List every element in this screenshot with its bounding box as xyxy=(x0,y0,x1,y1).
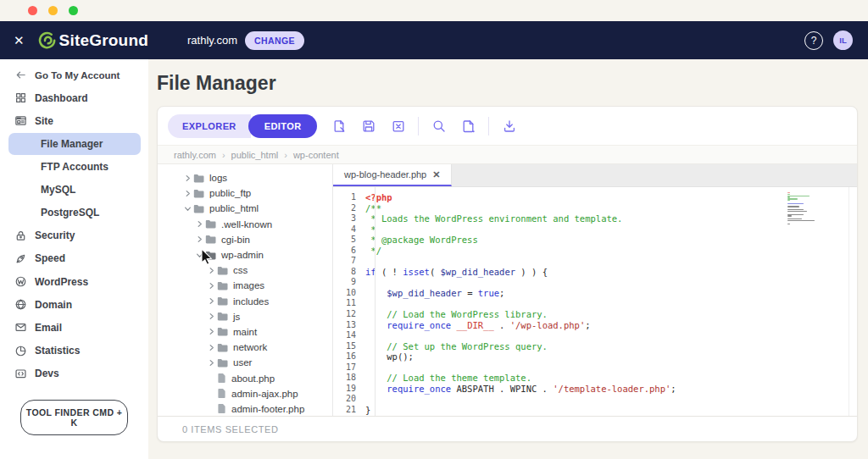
tree-item-css[interactable]: css xyxy=(158,263,332,278)
code-line: 20 xyxy=(333,394,857,405)
chevron-down-icon[interactable] xyxy=(193,252,205,259)
tool-finder-button[interactable]: TOOL FINDER CMD + K xyxy=(20,400,128,435)
code-line: 3 * Loads the WordPress environment and … xyxy=(333,213,857,224)
minimize-traffic-light[interactable] xyxy=(48,6,58,15)
save-icon xyxy=(361,119,376,134)
folder-icon xyxy=(217,281,228,290)
chevron-right-icon[interactable] xyxy=(193,235,205,243)
help-icon[interactable]: ? xyxy=(804,31,823,50)
line-content: /** xyxy=(365,203,381,214)
close-file-button[interactable] xyxy=(383,113,413,139)
sidebar-item-label: Security xyxy=(35,230,75,241)
file-edit-button[interactable] xyxy=(324,113,353,139)
minimap-line xyxy=(787,203,804,204)
code-minimap[interactable] xyxy=(787,192,818,224)
editor-tab-label: wp-blog-header.php xyxy=(344,169,426,180)
chevron-right-icon[interactable] xyxy=(205,312,217,320)
tree-item-network[interactable]: network xyxy=(158,340,332,355)
line-number: 9 xyxy=(333,277,365,288)
zoom-traffic-light[interactable] xyxy=(69,6,78,15)
chevron-right-icon[interactable] xyxy=(181,174,193,182)
close-traffic-light[interactable] xyxy=(28,6,37,15)
line-content: * Loads the WordPress environment and te… xyxy=(365,213,622,224)
sidebar-item-domain[interactable]: Domain xyxy=(0,293,148,316)
tree-item-label: network xyxy=(233,342,267,352)
tree-item-public-html[interactable]: public_html xyxy=(158,201,332,216)
download-button[interactable] xyxy=(494,113,524,139)
line-number: 16 xyxy=(333,351,365,362)
folder-icon xyxy=(205,235,216,244)
tree-item-images[interactable]: images xyxy=(158,278,332,293)
chevron-right-icon[interactable] xyxy=(181,190,193,197)
tree-item-well-known[interactable]: .well-known xyxy=(158,217,332,232)
search-button[interactable] xyxy=(424,113,453,139)
minimap-line xyxy=(787,202,818,202)
save-button[interactable] xyxy=(353,113,383,139)
line-number: 21 xyxy=(333,405,365,416)
chevron-right-icon[interactable] xyxy=(205,297,217,305)
tree-item-admin-footer-php[interactable]: admin-footer.php xyxy=(158,401,332,416)
sidebar-item-label: Devs xyxy=(35,368,59,379)
sidebar-item-file-manager[interactable]: File Manager xyxy=(8,133,141,155)
sidebar-item-security[interactable]: Security xyxy=(0,224,148,247)
sidebar-item-postgresql[interactable]: PostgreSQL xyxy=(8,202,141,224)
change-site-button[interactable]: CHANGE xyxy=(245,31,304,50)
code-line: 15 // Set up the WordPress query. xyxy=(333,341,857,352)
tree-item-about-php[interactable]: about.php xyxy=(158,370,332,385)
sidebar-back-link[interactable]: Go To My Account xyxy=(0,64,148,86)
chevron-right-icon[interactable] xyxy=(205,267,217,274)
chevron-right-icon[interactable] xyxy=(205,282,217,290)
siteground-logo[interactable]: SiteGround xyxy=(37,30,148,50)
code-line: 6 */ xyxy=(333,246,857,257)
sidebar-item-mysql[interactable]: MySQL xyxy=(8,179,141,201)
sidebar-item-devs[interactable]: Devs xyxy=(0,362,148,385)
sidebar-item-dashboard[interactable]: Dashboard xyxy=(0,86,148,109)
chevron-down-icon[interactable] xyxy=(181,205,193,213)
code-area[interactable]: 1<?php2/**3 * Loads the WordPress enviro… xyxy=(333,187,857,416)
sidebar-item-speed[interactable]: Speed xyxy=(0,247,148,270)
chevron-right-icon[interactable] xyxy=(205,359,217,367)
sidebar-item-ftp-accounts[interactable]: FTP Accounts xyxy=(8,156,141,178)
tree-item-admin-ajax-php[interactable]: admin-ajax.php xyxy=(158,386,332,401)
breadcrumb-separator-icon: › xyxy=(222,150,225,160)
breadcrumb-segment[interactable]: wp-content xyxy=(293,150,339,160)
editor-tab-active[interactable]: wp-blog-header.php ✕ xyxy=(333,164,452,186)
sidebar-item-label: WordPress xyxy=(35,276,88,288)
tree-item-label: wp-admin xyxy=(221,250,264,260)
sidebar-item-wordpress[interactable]: WordPress xyxy=(0,270,148,293)
tab-close-icon[interactable]: ✕ xyxy=(432,169,440,180)
replace-button[interactable] xyxy=(453,113,483,139)
tree-item-public-ftp[interactable]: public_ftp xyxy=(158,185,332,201)
tree-item-js[interactable]: js xyxy=(158,309,332,324)
tab-editor[interactable]: EDITOR xyxy=(248,114,318,138)
minimap-line xyxy=(787,224,790,224)
tree-item-cgi-bin[interactable]: cgi-bin xyxy=(158,232,332,247)
sidebar-item-site[interactable]: Site xyxy=(0,109,148,132)
tree-item-wp-admin[interactable]: wp-admin xyxy=(158,247,332,263)
tree-item-includes[interactable]: includes xyxy=(158,294,332,309)
tab-explorer[interactable]: EXPLORER xyxy=(168,114,251,138)
page-title: File Manager xyxy=(157,72,858,95)
avatar[interactable]: IL xyxy=(833,30,853,50)
tree-item-logs[interactable]: logs xyxy=(158,170,332,185)
chevron-right-icon[interactable] xyxy=(205,344,217,351)
line-number: 2 xyxy=(333,203,365,214)
line-number: 3 xyxy=(333,213,365,224)
folder-icon xyxy=(205,219,216,229)
line-content: // Set up the WordPress query. xyxy=(365,341,548,352)
breadcrumb-segment[interactable]: public_html xyxy=(231,150,279,160)
tree-item-user[interactable]: user xyxy=(158,355,332,370)
chevron-right-icon[interactable] xyxy=(193,220,205,228)
chevron-right-icon[interactable] xyxy=(205,328,217,335)
line-content: require_once ABSPATH . WPINC . '/templat… xyxy=(365,384,676,395)
breadcrumb-segment[interactable]: rathly.com xyxy=(174,150,216,160)
sidebar-item-statistics[interactable]: Statistics xyxy=(0,340,148,362)
tree-item-maint[interactable]: maint xyxy=(158,324,332,340)
code-line: 7 xyxy=(333,256,857,267)
replace-icon xyxy=(461,119,476,134)
close-icon[interactable]: ✕ xyxy=(14,33,25,48)
tree-item-label: public_html xyxy=(209,203,259,213)
rocket-icon xyxy=(14,252,27,265)
sidebar-item-email[interactable]: Email xyxy=(0,316,148,339)
status-text: 0 ITEMS SELECTED xyxy=(182,424,279,434)
